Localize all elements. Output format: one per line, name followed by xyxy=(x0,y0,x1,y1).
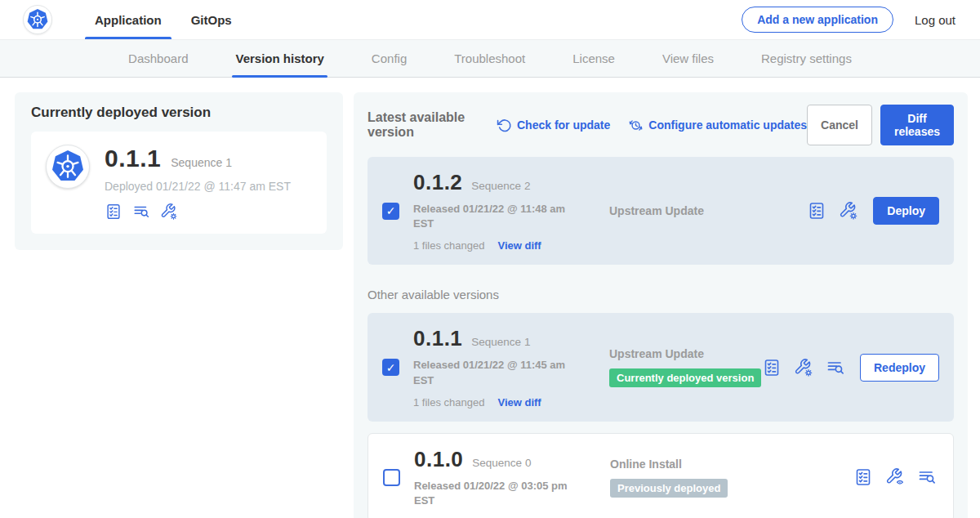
deployed-sequence-label: Sequence 1 xyxy=(171,156,232,169)
check-for-update-label: Check for update xyxy=(517,118,610,132)
view-config-icon[interactable] xyxy=(885,467,905,487)
sequence-label: Sequence 2 xyxy=(471,180,530,192)
version-source: Upstream Update Currently deployed versi… xyxy=(609,347,762,387)
release-notes-icon[interactable] xyxy=(132,203,150,221)
deployed-icon-actions xyxy=(105,203,291,221)
view-diff-link[interactable]: View diff xyxy=(497,239,541,252)
subnav-item-license[interactable]: License xyxy=(572,40,615,77)
preflight-checklist-icon[interactable] xyxy=(853,467,873,487)
files-changed-label: 1 files changed xyxy=(413,396,484,409)
diff-releases-button[interactable]: Diff releases xyxy=(880,105,954,145)
previously-deployed-badge: Previously deployed xyxy=(610,479,728,498)
version-icon-actions xyxy=(807,201,858,221)
currently-deployed-panel: Currently deployed version 0.1.1 Sequenc… xyxy=(15,92,343,250)
currently-deployed-badge: Currently deployed version xyxy=(609,368,761,387)
version-card-0-1-0: 0.1.0 Sequence 0 Released 01/20/22 @ 03:… xyxy=(368,433,954,518)
version-info: 0.1.2 Sequence 2 Released 01/21/22 @ 11:… xyxy=(413,170,609,252)
release-notes-icon[interactable] xyxy=(826,358,845,377)
config-settings-icon[interactable] xyxy=(160,203,178,221)
redeploy-button[interactable]: Redeploy xyxy=(860,354,939,382)
top-bar-right: Add a new application Log out xyxy=(742,7,956,33)
subnav-item-troubleshoot[interactable]: Troubleshoot xyxy=(454,40,525,77)
latest-version-header: Latest available version Check for updat… xyxy=(368,105,954,145)
released-timestamp: Released 01/21/22 @ 11:45 am EST xyxy=(413,358,572,387)
add-application-button[interactable]: Add a new application xyxy=(742,7,893,33)
view-diff-link[interactable]: View diff xyxy=(497,396,541,409)
primary-nav: Application GitOps xyxy=(80,0,247,39)
tab-application-label: Application xyxy=(95,13,162,27)
subnav-item-dashboard[interactable]: Dashboard xyxy=(128,40,188,77)
refresh-icon xyxy=(497,118,512,133)
deployed-version-details: 0.1.1 Sequence 1 Deployed 01/21/22 @ 11:… xyxy=(105,145,291,221)
deploy-button[interactable]: Deploy xyxy=(873,197,939,225)
auto-update-clock-icon xyxy=(628,118,644,133)
main-content: Currently deployed version 0.1.1 Sequenc… xyxy=(0,78,980,518)
released-timestamp: Released 01/21/22 @ 11:48 am EST xyxy=(413,202,572,231)
sequence-label: Sequence 1 xyxy=(471,336,530,348)
config-settings-icon[interactable] xyxy=(794,358,813,377)
version-card-0-1-2: 0.1.2 Sequence 2 Released 01/21/22 @ 11:… xyxy=(368,157,954,265)
version-icon-actions xyxy=(853,467,937,487)
logout-button[interactable]: Log out xyxy=(915,13,956,27)
configure-auto-updates-label: Configure automatic updates xyxy=(648,118,807,132)
deployed-timestamp: Deployed 01/21/22 @ 11:47 am EST xyxy=(105,180,291,193)
header-actions: Cancel Diff releases xyxy=(807,105,954,145)
source-label: Upstream Update xyxy=(609,204,807,217)
source-label: Upstream Update xyxy=(609,347,762,360)
deployed-version-card: 0.1.1 Sequence 1 Deployed 01/21/22 @ 11:… xyxy=(31,132,327,234)
version-number: 0.1.2 xyxy=(413,170,462,195)
preflight-checklist-icon[interactable] xyxy=(105,203,122,221)
available-versions-panel: Latest available version Check for updat… xyxy=(354,92,968,518)
preflight-checklist-icon[interactable] xyxy=(762,358,782,377)
app-logo-icon xyxy=(23,5,52,34)
subnav-item-view-files[interactable]: View files xyxy=(662,40,714,77)
version-checkbox-0-1-1[interactable] xyxy=(382,359,399,376)
tab-gitops-label: GitOps xyxy=(191,13,232,27)
version-info: 0.1.1 Sequence 1 Released 01/21/22 @ 11:… xyxy=(413,326,609,408)
cancel-button[interactable]: Cancel xyxy=(807,105,872,145)
version-checkbox-0-1-2[interactable] xyxy=(382,203,399,220)
version-number: 0.1.0 xyxy=(414,447,463,472)
other-versions-heading: Other available versions xyxy=(368,288,954,301)
tab-application[interactable]: Application xyxy=(80,0,176,39)
latest-version-title: Latest available version xyxy=(368,110,479,140)
configure-auto-updates-link[interactable]: Configure automatic updates xyxy=(628,118,807,133)
version-source: Online Install Previously deployed xyxy=(610,458,853,498)
preflight-checklist-icon[interactable] xyxy=(807,201,826,221)
k8s-logo-icon xyxy=(46,145,90,189)
release-notes-icon[interactable] xyxy=(917,467,937,487)
check-for-update-link[interactable]: Check for update xyxy=(497,118,610,133)
deployed-version-number: 0.1.1 xyxy=(105,145,161,172)
version-checkbox-0-1-0[interactable] xyxy=(383,469,400,486)
config-settings-icon[interactable] xyxy=(839,201,858,221)
top-bar: Application GitOps Add a new application… xyxy=(0,0,980,39)
released-timestamp: Released 01/20/22 @ 03:05 pm EST xyxy=(414,479,573,508)
source-label: Online Install xyxy=(610,458,853,471)
sequence-label: Sequence 0 xyxy=(472,457,531,469)
version-icon-actions xyxy=(762,358,845,377)
version-info: 0.1.0 Sequence 0 Released 01/20/22 @ 03:… xyxy=(414,447,610,508)
currently-deployed-title: Currently deployed version xyxy=(31,105,327,121)
files-changed-label: 1 files changed xyxy=(413,239,484,252)
app-subnav: Dashboard Version history Config Trouble… xyxy=(0,39,980,78)
version-number: 0.1.1 xyxy=(413,326,462,351)
version-card-0-1-1: 0.1.1 Sequence 1 Released 01/21/22 @ 11:… xyxy=(368,313,954,421)
subnav-item-version-history[interactable]: Version history xyxy=(235,40,323,77)
tab-gitops[interactable]: GitOps xyxy=(176,0,247,39)
subnav-item-config[interactable]: Config xyxy=(372,40,407,77)
version-source: Upstream Update xyxy=(609,204,807,217)
subnav-item-registry-settings[interactable]: Registry settings xyxy=(761,40,852,77)
